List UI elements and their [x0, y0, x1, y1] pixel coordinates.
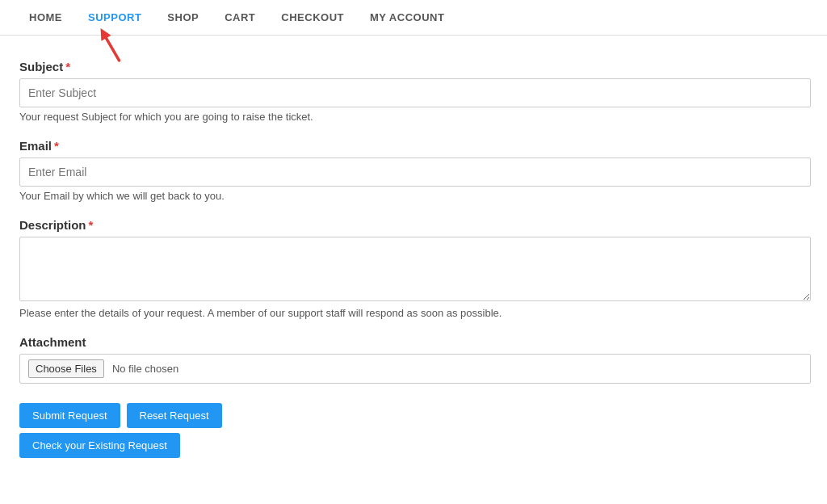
attachment-label: Attachment — [19, 335, 788, 349]
svg-marker-1 — [95, 26, 111, 41]
subject-label: Subject* — [19, 60, 788, 74]
subject-hint: Your request Subject for which you are g… — [19, 111, 788, 123]
action-buttons: Submit Request Reset Request Check your … — [19, 403, 788, 458]
main-nav: HOME SUPPORT SHOP CART CHECKOUT MY ACCOU… — [0, 0, 827, 36]
subject-input[interactable] — [19, 78, 811, 107]
email-required: * — [54, 139, 59, 153]
subject-group: Subject* Your request Subject for which … — [19, 60, 788, 123]
description-required: * — [89, 218, 94, 232]
choose-files-button[interactable]: Choose Files — [28, 359, 104, 378]
description-hint: Please enter the details of your request… — [19, 307, 788, 319]
attachment-group: Attachment Choose Files No file chosen — [19, 335, 788, 384]
description-textarea[interactable] — [19, 237, 811, 301]
nav-checkout[interactable]: CHECKOUT — [268, 11, 357, 23]
description-label: Description* — [19, 218, 788, 232]
email-hint: Your Email by which we will get back to … — [19, 190, 788, 202]
email-input[interactable] — [19, 158, 811, 187]
submit-request-button[interactable]: Submit Request — [19, 403, 120, 428]
description-group: Description* Please enter the details of… — [19, 218, 788, 319]
reset-request-button[interactable]: Reset Request — [127, 403, 222, 428]
support-arrow-annotation — [95, 24, 124, 65]
file-input-wrapper: Choose Files No file chosen — [19, 354, 811, 384]
no-file-text: No file chosen — [112, 363, 178, 375]
nav-cart[interactable]: CART — [212, 11, 268, 23]
check-existing-request-button[interactable]: Check your Existing Request — [19, 433, 180, 458]
nav-shop[interactable]: SHOP — [154, 11, 212, 23]
secondary-button-row: Check your Existing Request — [19, 433, 788, 458]
email-group: Email* Your Email by which we will get b… — [19, 139, 788, 202]
nav-support[interactable]: SUPPORT — [75, 11, 154, 23]
nav-my-account[interactable]: MY ACCOUNT — [357, 11, 457, 23]
nav-home[interactable]: HOME — [16, 11, 75, 23]
primary-button-row: Submit Request Reset Request — [19, 403, 788, 428]
support-form-container: Subject* Your request Subject for which … — [0, 36, 808, 482]
email-label: Email* — [19, 139, 788, 153]
subject-required: * — [65, 60, 70, 74]
